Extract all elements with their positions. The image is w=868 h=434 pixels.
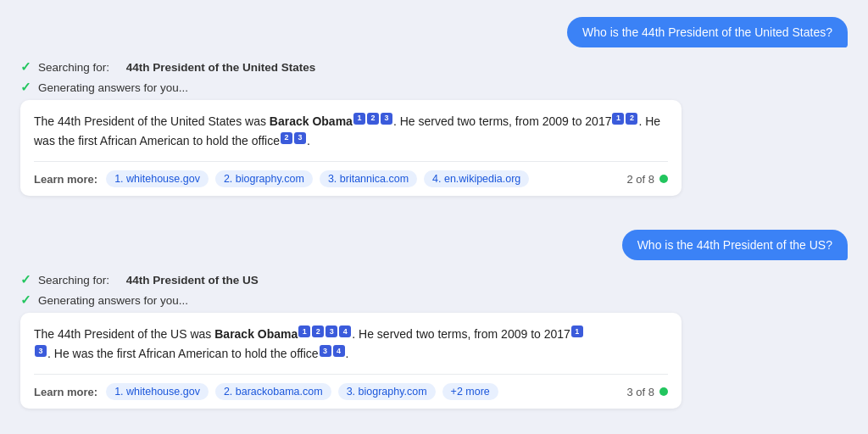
cite-1-4: 1	[612, 113, 624, 125]
answer-text-final-1: .	[307, 134, 310, 147]
generating-label-2: Generating answers for you...	[38, 294, 188, 307]
learn-more-label-2: Learn more:	[34, 386, 97, 398]
answer-card-1: The 44th President of the United States …	[20, 100, 682, 196]
exchange-2: Who is the 44th President of the US? ✓ S…	[20, 230, 848, 427]
source-link-1-3[interactable]: 3. britannica.com	[320, 170, 417, 187]
cite-1-2: 2	[367, 113, 379, 125]
answer-subject-2: Barack Obama	[214, 327, 298, 341]
source-link-1-2[interactable]: 2. biography.com	[215, 170, 313, 187]
cite-2-4: 4	[339, 326, 351, 337]
answer-text-before-2: The 44th President of the US was	[34, 327, 214, 341]
checkmark-icon-1: ✓	[20, 59, 31, 75]
count-text-1: 2 of 8	[626, 173, 654, 186]
answer-text-final-2: .	[346, 347, 349, 360]
green-dot-2	[659, 387, 668, 396]
search-term-2: 44th President of the US	[126, 274, 259, 287]
search-label-2: Searching for:	[38, 274, 109, 287]
answer-text-mid-1: . He served two terms, from 2009 to 2017	[393, 114, 612, 128]
cite-2-8: 4	[333, 345, 345, 357]
answer-text-2: The 44th President of the US was Barack …	[34, 325, 668, 374]
chat-container: Who is the 44th President of the United …	[20, 17, 848, 427]
count-badge-2: 3 of 8	[626, 386, 668, 398]
cite-2-2: 2	[312, 326, 324, 337]
learn-more-bar-2: Learn more: 1. whitehouse.gov 2. baracko…	[34, 374, 668, 409]
answer-text-1: The 44th President of the United States …	[34, 112, 668, 161]
checkmark-icon-3: ✓	[20, 272, 31, 287]
checkmark-icon-4: ✓	[20, 292, 31, 308]
search-status-1: ✓ Searching for: 44th President of the U…	[20, 59, 848, 75]
cite-2-5: 1	[571, 326, 583, 337]
cite-2-7: 3	[320, 345, 331, 357]
count-text-2: 3 of 8	[626, 386, 654, 398]
answer-text-end-2: . He was the first African American to h…	[47, 347, 319, 360]
answer-text-mid-2: . He served two terms, from 2009 to 2017	[352, 327, 570, 341]
cite-2-6: 3	[35, 345, 47, 357]
answer-card-2: The 44th President of the US was Barack …	[20, 313, 682, 409]
exchange-1: Who is the 44th President of the United …	[20, 17, 848, 214]
search-label-1: Searching for:	[38, 61, 109, 74]
cite-1-1: 1	[353, 113, 365, 125]
section-gap	[20, 214, 848, 230]
source-link-1-4[interactable]: 4. en.wikipedia.org	[424, 170, 529, 187]
cite-1-7: 3	[294, 132, 306, 144]
search-term-1: 44th President of the United States	[126, 61, 316, 74]
source-link-1-1[interactable]: 1. whitehouse.gov	[106, 170, 209, 187]
source-link-2-2[interactable]: 2. barackobama.com	[215, 383, 331, 400]
learn-more-bar-1: Learn more: 1. whitehouse.gov 2. biograp…	[34, 161, 668, 196]
cite-2-3: 3	[326, 326, 337, 337]
answer-subject-1: Barack Obama	[270, 114, 353, 128]
user-bubble-2: Who is the 44th President of the US?	[622, 230, 848, 260]
generating-status-2: ✓ Generating answers for you...	[20, 292, 848, 308]
checkmark-icon-2: ✓	[20, 80, 31, 95]
search-status-2: ✓ Searching for: 44th President of the U…	[20, 272, 848, 287]
user-message-row-1: Who is the 44th President of the United …	[20, 17, 848, 47]
learn-more-label-1: Learn more:	[34, 173, 97, 186]
source-link-2-1[interactable]: 1. whitehouse.gov	[106, 383, 209, 400]
more-link-2[interactable]: +2 more	[442, 383, 498, 400]
generating-status-1: ✓ Generating answers for you...	[20, 80, 848, 95]
green-dot-1	[659, 175, 668, 183]
cite-1-5: 2	[626, 113, 637, 125]
user-message-row-2: Who is the 44th President of the US?	[20, 230, 848, 260]
user-bubble-1: Who is the 44th President of the United …	[567, 17, 848, 47]
cite-1-3: 3	[381, 113, 392, 125]
count-badge-1: 2 of 8	[626, 173, 668, 186]
cite-2-1: 1	[298, 326, 310, 337]
answer-text-before-1: The 44th President of the United States …	[34, 114, 270, 128]
cite-1-6: 2	[281, 132, 292, 144]
source-link-2-3[interactable]: 3. biography.com	[338, 383, 436, 400]
generating-label-1: Generating answers for you...	[38, 81, 188, 94]
